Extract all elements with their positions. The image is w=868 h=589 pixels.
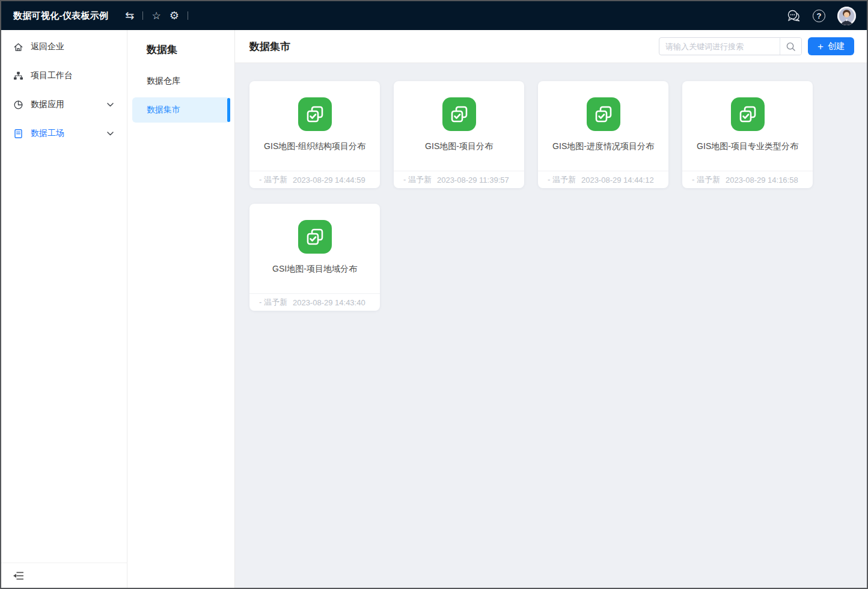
dataset-card-title: GIS地图-项目分布 (420, 141, 498, 152)
app-title: 数据可视化-仪表板示例 (13, 10, 108, 22)
dataset-card[interactable]: GIS地图-项目分布 - 温予新 2023-08-29 11:39:57 (394, 81, 524, 188)
dataset-card[interactable]: GIS地图-项目专业类型分布 - 温予新 2023-08-29 14:16:58 (682, 81, 813, 188)
create-button[interactable]: + 创建 (808, 37, 854, 55)
dataset-card-footer: - 温予新 2023-08-29 14:44:59 (249, 171, 380, 188)
sidebar-item-label: 数据工场 (31, 128, 100, 139)
sidebar-item-label: 数据应用 (31, 99, 100, 110)
dataset-panel: 数据集 数据仓库 数据集市 (127, 30, 235, 588)
dataset-green-icon (298, 97, 332, 131)
org-chart-icon (13, 71, 23, 81)
dataset-owner: - 温予新 (692, 174, 720, 185)
topbar-right: ? (787, 7, 858, 25)
panel-item-data-warehouse[interactable]: 数据仓库 (132, 69, 230, 94)
dataset-card[interactable]: GIS地图-进度情况项目分布 - 温予新 2023-08-29 14:44:12 (538, 81, 668, 188)
dataset-owner: - 温予新 (259, 174, 287, 185)
dataset-timestamp: 2023-08-29 14:43:40 (293, 298, 365, 307)
help-icon[interactable]: ? (813, 10, 825, 22)
dataset-green-icon (442, 97, 476, 131)
sidebar-item-label: 返回企业 (31, 41, 114, 52)
panel-item-data-mart[interactable]: 数据集市 (132, 97, 230, 123)
dataset-card-title: GIS地图-进度情况项目分布 (548, 141, 659, 152)
form-icon (13, 129, 23, 139)
topbar-tools: ⇆ ☆ ⚙ (125, 10, 188, 21)
top-bar: 数据可视化-仪表板示例 ⇆ ☆ ⚙ ? (1, 1, 867, 30)
sidebar-item-project-workbench[interactable]: 项目工作台 (1, 61, 127, 90)
sidebar-item-label: 项目工作台 (31, 70, 114, 81)
dataset-timestamp: 2023-08-29 14:44:59 (293, 175, 365, 185)
topbar-divider (188, 11, 188, 20)
search-box (659, 37, 802, 55)
create-button-label: 创建 (828, 41, 845, 52)
dataset-green-icon (298, 220, 332, 254)
dataset-owner: - 温予新 (259, 297, 287, 308)
sidebar-footer (1, 563, 127, 588)
selected-indicator-bar (227, 98, 230, 122)
chat-icon[interactable] (787, 10, 801, 22)
search-icon (786, 41, 796, 52)
main-header: 数据集市 + 创建 (235, 30, 867, 63)
dataset-owner: - 温予新 (403, 174, 432, 185)
plus-icon: + (818, 41, 824, 52)
dataset-green-icon (587, 97, 620, 131)
swap-icon[interactable]: ⇆ (125, 10, 134, 21)
avatar[interactable] (837, 7, 856, 25)
pie-chart-icon (13, 100, 23, 110)
dataset-panel-title: 数据集 (127, 42, 234, 56)
dataset-cards-grid: GIS地图-组织结构项目分布 - 温予新 2023-08-29 14:44:59 (235, 63, 867, 588)
topbar-divider (142, 11, 143, 20)
sidebar-item-back-to-enterprise[interactable]: 返回企业 (1, 32, 127, 61)
page-title: 数据集市 (249, 40, 290, 53)
body: 返回企业 项目工作台 (1, 30, 867, 588)
dataset-card-title: GIS地图-项目专业类型分布 (692, 141, 803, 152)
dataset-card-footer: - 温予新 2023-08-29 14:16:58 (682, 171, 813, 188)
search-input[interactable] (659, 38, 780, 55)
sidebar-item-data-application[interactable]: 数据应用 (1, 90, 127, 119)
chevron-down-icon (107, 103, 114, 107)
panel-item-label: 数据仓库 (147, 76, 180, 87)
dataset-card[interactable]: GIS地图-组织结构项目分布 - 温予新 2023-08-29 14:44:59 (249, 81, 380, 188)
dataset-timestamp: 2023-08-29 11:39:57 (437, 175, 509, 185)
dataset-card-footer: - 温予新 2023-08-29 11:39:57 (394, 171, 524, 188)
dataset-card-footer: - 温予新 2023-08-29 14:44:12 (538, 171, 668, 188)
dataset-timestamp: 2023-08-29 14:44:12 (581, 175, 654, 185)
star-icon[interactable]: ☆ (151, 11, 160, 21)
dataset-card[interactable]: GSI地图-项目地域分布 - 温予新 2023-08-29 14:43:40 (249, 204, 380, 311)
dataset-owner: - 温予新 (548, 174, 576, 185)
sidebar-item-data-factory[interactable]: 数据工场 (1, 119, 127, 148)
app-window: 数据可视化-仪表板示例 ⇆ ☆ ⚙ ? (0, 0, 868, 589)
dataset-card-footer: - 温予新 2023-08-29 14:43:40 (249, 293, 380, 311)
gear-icon[interactable]: ⚙ (170, 10, 179, 21)
dataset-card-title: GIS地图-组织结构项目分布 (259, 141, 370, 152)
dataset-green-icon (731, 97, 765, 131)
left-sidebar: 返回企业 项目工作台 (1, 30, 127, 588)
home-icon (13, 42, 23, 52)
chevron-down-icon (107, 132, 114, 136)
main-content: 数据集市 + 创建 (235, 30, 867, 588)
dataset-card-title: GSI地图-项目地域分布 (267, 264, 362, 275)
panel-item-label: 数据集市 (147, 105, 180, 115)
dataset-timestamp: 2023-08-29 14:16:58 (726, 175, 798, 185)
search-button[interactable] (780, 38, 801, 55)
collapse-sidebar-icon[interactable] (13, 572, 24, 580)
